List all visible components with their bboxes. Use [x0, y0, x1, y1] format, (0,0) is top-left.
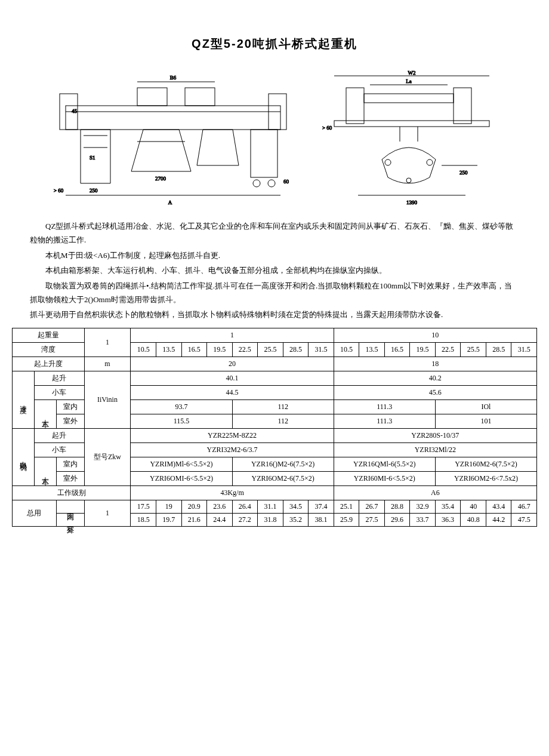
hdr-outdoor: 室外	[56, 513, 84, 526]
crane-end-diagram: W2 La 250 > 60 1390	[310, 70, 501, 207]
tw-cell: 32.9	[410, 500, 436, 513]
tw-cell: 35.2	[283, 513, 309, 526]
span-cell: 28.5	[486, 342, 511, 357]
val-mbin-1b: YZR16()M2-6(7.5×2)	[232, 457, 334, 471]
row-tw-in: 总用 室内 1 17.5 19 20.9 23.6 26.4 31.1 34.5…	[13, 500, 537, 513]
hdr-indoor: 室内	[56, 500, 84, 513]
svg-rect-17	[364, 94, 454, 103]
span-cell: 16.5	[384, 342, 410, 357]
val-wc-10: A6	[334, 485, 536, 500]
val-trolley-10: 45.6	[334, 385, 536, 399]
hdr-lift-height: 起上升度	[13, 357, 85, 371]
tw-cell: 35.4	[435, 500, 461, 513]
unit-m: 1	[84, 328, 131, 357]
svg-rect-4	[137, 88, 167, 106]
span-cell: 25.5	[461, 342, 486, 357]
span-cell: 13.5	[359, 342, 385, 357]
span-cell: 22.5	[232, 342, 258, 357]
val-mbout-10b: YZRI6OM2-6<7.5x2)	[435, 471, 536, 485]
tw-cell: 25.1	[334, 500, 359, 513]
dim-label: > 60	[322, 125, 332, 131]
span-cell: 13.5	[156, 342, 182, 357]
dim-label: 250	[459, 170, 468, 176]
val-mbin-10b: YZR160M2-6(7.5×2)	[435, 457, 536, 471]
tw-cell: 17.5	[131, 500, 156, 513]
hdr-trolley: 小车	[34, 442, 84, 457]
unit-m: m	[84, 357, 131, 371]
tw-cell: 19	[156, 500, 182, 513]
tw-cell: 34.5	[283, 500, 309, 513]
crane-side-diagram: B6 45 S1 250 2700 > 60 60 A	[48, 70, 298, 207]
span-cell: 31.5	[309, 342, 334, 357]
row-hoist-speed: 速度 起升 IiVinin 40.1 40.2	[13, 371, 537, 385]
val-bin-10b: IOl	[435, 399, 536, 414]
svg-rect-15	[346, 88, 364, 124]
svg-point-23	[427, 159, 433, 165]
tw-cell: 25.9	[334, 513, 359, 526]
hdr-trolley: 小车	[34, 385, 84, 399]
tw-cell: 28.8	[384, 500, 410, 513]
dim-label: A	[168, 199, 172, 205]
val-mtrolley-1: YZRI32M2-6/3.7	[131, 442, 334, 457]
hdr-indoor: 室内	[56, 399, 84, 414]
tw-cell: 24.4	[207, 513, 233, 526]
span-cell: 22.5	[435, 342, 461, 357]
val-lift-10: 18	[334, 357, 536, 371]
row-lift-height: 起上升度 m 20 18	[13, 357, 537, 371]
val-bout-1a: 115.5	[131, 414, 232, 428]
tw-cell: 40	[461, 500, 486, 513]
span-cell: 10.5	[334, 342, 359, 357]
svg-point-22	[385, 159, 391, 165]
val-bout-10b: 101	[435, 414, 536, 428]
tw-cell: 33.7	[410, 513, 436, 526]
val-weight-10: 10	[334, 328, 536, 342]
tw-cell: 31.8	[258, 513, 283, 526]
val-mbout-1a: YZRI6OMI-6<5.5×2)	[131, 471, 232, 485]
hdr-span: 湾度	[13, 342, 85, 357]
val-bout-1b: 112	[232, 414, 334, 428]
tw-cell: 21.6	[181, 513, 207, 526]
svg-rect-16	[454, 88, 471, 124]
svg-point-11	[253, 180, 260, 187]
tw-cell: 29.6	[384, 513, 410, 526]
tw-cell: 19.7	[156, 513, 182, 526]
val-mtrolley-10: YZRI32Ml/22	[334, 442, 536, 457]
val-bin-10a: 111.3	[334, 399, 435, 414]
tw-cell: 38.1	[309, 513, 334, 526]
description-block: QZ型抓斗桥式起球机适用冶金、水泥、化工及其它企业的仓库和车间在室内或乐夫和固定…	[30, 219, 519, 322]
hdr-motor: 电动机	[13, 428, 35, 485]
span-cell: 19.5	[207, 342, 233, 357]
desc-p2: 本机M于田:级<A6)工作制度，起理麻包括抓斗自更.	[30, 248, 519, 262]
hdr-hoist: 起升	[34, 428, 84, 442]
hdr-speed: 速度	[13, 371, 35, 428]
val-mbout-1b: YZRI6OM2-6(7.5×2)	[232, 471, 334, 485]
hdr-outdoor: 室外	[56, 414, 84, 428]
dim-label: W2	[408, 70, 416, 76]
val-mbout-10a: YZRI60MI-6<5.5×2)	[334, 471, 435, 485]
dim-label: 250	[90, 188, 98, 193]
hdr-outdoor: 室外	[56, 471, 84, 485]
val-mhoist-10: YZR280S-10/37	[334, 428, 536, 442]
tw-cell: 47.5	[511, 513, 537, 526]
svg-rect-5	[185, 88, 215, 106]
desc-p1: QZ型抓斗桥式起球机适用冶金、水泥、化工及其它企业的仓库和车间在室内或乐夫和固定…	[30, 219, 519, 247]
dim-label: 2700	[155, 176, 166, 182]
span-cell: 25.5	[258, 342, 283, 357]
tw-cell: 40.8	[461, 513, 486, 526]
desc-p3: 本机由箱形桥架、大车运行机构、小车、抓斗、电气设备五部分祖成，全部机构均在操纵室…	[30, 263, 519, 277]
val-hoist-10: 40.2	[334, 371, 536, 385]
svg-rect-10	[251, 130, 277, 177]
unit-t: 1	[84, 500, 131, 526]
val-mbin-10a: YZR16QMl-6(5.5×2)	[334, 457, 435, 471]
span-cell: 31.5	[511, 342, 537, 357]
hdr-weight: 起重量	[13, 328, 85, 342]
val-bin-1a: 93.7	[131, 399, 232, 414]
tw-cell: 26.4	[232, 500, 258, 513]
spec-table: 起重量 1 1 10 湾度 10.5 13.5 16.5 19.5 22.5 2…	[12, 328, 537, 527]
desc-p4: 取物装置为双卷筒的四绳抓斗•.结构简洁工作牢捉.抓斗可在任一高度张开和闭合.当抓…	[30, 279, 519, 307]
tw-cell: 27.2	[232, 513, 258, 526]
hdr-work-class: 工作级别	[13, 485, 131, 500]
desc-p5: 抓斗更动用于自然枳祟状态卜的散粒物料，当抓取水卜物料或特殊物料时须在定货的特殊提…	[30, 308, 519, 321]
span-cell: 16.5	[181, 342, 207, 357]
val-mhoist-1: YZR225M-8Z22	[131, 428, 334, 442]
